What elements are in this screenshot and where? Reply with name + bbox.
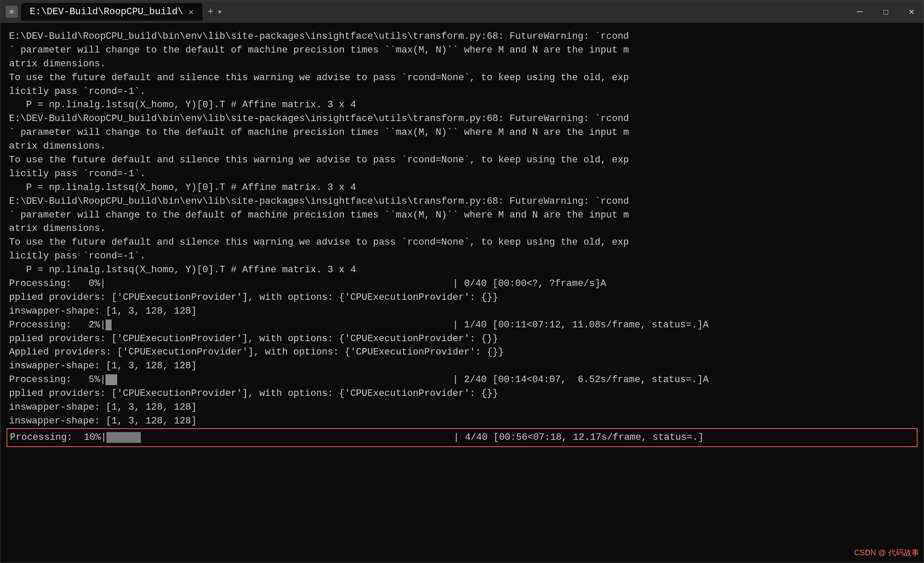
processing-line-10pct: Processing: 10%|██████ | 4/40 [00:56<07:… xyxy=(10,431,914,445)
watermark: CSDN @ 代码故事 xyxy=(854,547,919,558)
highlighted-processing-row: Processing: 10%|██████ | 4/40 [00:56<07:… xyxy=(6,428,918,447)
tab-label: E:\DEV-Build\RoopCPU_build\ xyxy=(30,6,183,17)
terminal-window: ⊞ E:\DEV-Build\RoopCPU_build\ ✕ + ▾ — ☐ … xyxy=(0,0,924,563)
new-tab-button[interactable]: + xyxy=(208,6,214,18)
terminal-text: E:\DEV-Build\RoopCPU_build\bin\env\lib\s… xyxy=(9,30,915,428)
active-tab[interactable]: E:\DEV-Build\RoopCPU_build\ ✕ xyxy=(21,3,202,21)
close-button[interactable]: ✕ xyxy=(905,6,918,18)
minimize-button[interactable]: — xyxy=(853,6,867,17)
titlebar: ⊞ E:\DEV-Build\RoopCPU_build\ ✕ + ▾ — ☐ … xyxy=(0,0,924,23)
tab-dropdown-button[interactable]: ▾ xyxy=(217,6,222,17)
window-controls: — ☐ ✕ xyxy=(853,6,918,18)
terminal-output: E:\DEV-Build\RoopCPU_build\bin\env\lib\s… xyxy=(0,23,924,563)
tab-close-button[interactable]: ✕ xyxy=(188,6,193,17)
maximize-button[interactable]: ☐ xyxy=(879,6,893,18)
terminal-icon: ⊞ xyxy=(10,8,13,16)
app-icon: ⊞ xyxy=(6,6,18,18)
